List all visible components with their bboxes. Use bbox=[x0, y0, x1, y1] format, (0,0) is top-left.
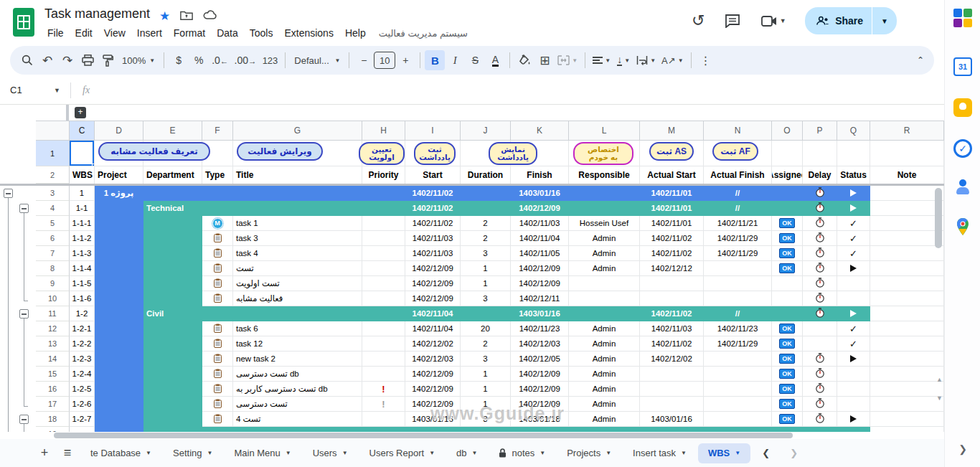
cell-R19[interactable] bbox=[870, 427, 944, 432]
cell-L8[interactable]: Admin bbox=[569, 261, 640, 276]
cell-I17[interactable]: 1402/12/09 bbox=[405, 397, 461, 412]
text-rotation-icon[interactable]: A↗▼ bbox=[659, 50, 687, 70]
cell-N11[interactable]: // bbox=[704, 306, 772, 321]
cell-M19[interactable] bbox=[640, 427, 704, 432]
cell-I8[interactable]: 1402/12/09 bbox=[405, 261, 461, 276]
cell-C9[interactable]: 1-1-5 bbox=[70, 276, 95, 291]
prev-sheets-icon[interactable]: ❮ bbox=[753, 448, 778, 458]
meet-video-icon[interactable]: ▼ bbox=[758, 11, 789, 30]
cell-K18[interactable]: 1403/01/18 bbox=[511, 412, 569, 427]
cell-P7[interactable] bbox=[803, 246, 837, 261]
row-header-15[interactable]: 15 bbox=[36, 367, 70, 382]
maps-icon[interactable] bbox=[945, 217, 980, 236]
cell-H5[interactable] bbox=[362, 216, 405, 231]
star-icon[interactable]: ★ bbox=[159, 9, 170, 24]
cell-C15[interactable]: 1-2-4 bbox=[70, 367, 95, 382]
cell-K4[interactable]: 1402/12/09 bbox=[511, 201, 569, 216]
cell-O13[interactable]: OK bbox=[772, 336, 803, 352]
cell-N17[interactable] bbox=[704, 397, 772, 412]
cell-J7[interactable]: 3 bbox=[461, 246, 511, 261]
cell-K3[interactable]: 1403/01/16 bbox=[511, 186, 569, 201]
cell-I14[interactable]: 1402/12/03 bbox=[405, 352, 461, 367]
cell-N10[interactable] bbox=[704, 291, 772, 306]
cell-P10[interactable] bbox=[803, 291, 837, 306]
cell-F7[interactable] bbox=[202, 246, 233, 261]
row-header-8[interactable]: 8 bbox=[36, 261, 70, 276]
row-header-3[interactable]: 3 bbox=[36, 186, 70, 201]
sheet-tab-wbs[interactable]: WBS▼ bbox=[698, 443, 750, 463]
cell-M7[interactable]: 1402/11/02 bbox=[640, 246, 704, 261]
cell-O7[interactable]: OK bbox=[772, 246, 803, 261]
cell-P14[interactable] bbox=[803, 352, 837, 367]
cell-D12[interactable] bbox=[95, 321, 143, 336]
cell-O19[interactable] bbox=[772, 427, 803, 432]
cell-C4[interactable]: 1-1 bbox=[70, 201, 95, 216]
cell-K14[interactable]: 1402/12/05 bbox=[511, 352, 569, 367]
field-header-wbs[interactable]: WBS bbox=[70, 166, 95, 184]
text-color-button[interactable]: A bbox=[492, 55, 499, 67]
field-header-note[interactable]: Note bbox=[870, 166, 944, 184]
field-header-finish[interactable]: Finish bbox=[511, 166, 569, 184]
cell-R5[interactable] bbox=[870, 216, 944, 231]
cell-G6[interactable]: task 3 bbox=[233, 231, 362, 246]
cell-D3[interactable]: پروژه 1 bbox=[95, 186, 143, 201]
field-header-responsible[interactable]: Responsible bbox=[569, 166, 640, 184]
zoom-control[interactable]: 100%▼ bbox=[118, 50, 159, 70]
cell-C3[interactable]: 1 bbox=[70, 186, 95, 201]
cell-J17[interactable]: 1 bbox=[461, 397, 511, 412]
collapse-group-icon[interactable] bbox=[4, 189, 13, 198]
cell-I5[interactable]: 1402/11/02 bbox=[405, 216, 461, 231]
field-header-actual-start[interactable]: Actual Start bbox=[640, 166, 704, 184]
cell-N4[interactable]: // bbox=[704, 201, 772, 216]
paint-format-icon[interactable] bbox=[98, 50, 118, 70]
cell-F12[interactable] bbox=[202, 321, 233, 336]
col-header-N[interactable]: N bbox=[704, 121, 772, 141]
cell-L5[interactable]: Hossein Usef bbox=[569, 216, 640, 231]
share-dropdown[interactable]: ▼ bbox=[872, 7, 897, 34]
cell-O8[interactable]: OK bbox=[772, 261, 803, 276]
cell-K5[interactable]: 1402/11/03 bbox=[511, 216, 569, 231]
cell-G11[interactable] bbox=[233, 306, 362, 321]
cell-G15[interactable]: تست دسترسی db bbox=[233, 367, 362, 382]
format-currency-button[interactable]: $ bbox=[169, 50, 189, 70]
cell-C13[interactable]: 1-2-2 bbox=[70, 336, 95, 352]
cell-P15[interactable] bbox=[803, 367, 837, 382]
col-header-C[interactable]: C bbox=[70, 121, 95, 141]
cell-K17[interactable]: 1402/12/09 bbox=[511, 397, 569, 412]
cell-N3[interactable]: // bbox=[704, 186, 772, 201]
cell-F19[interactable] bbox=[202, 427, 233, 432]
cell-G16[interactable]: تست دسترسی کاربر به db bbox=[233, 382, 362, 397]
menu-extensions[interactable]: Extensions bbox=[278, 26, 339, 40]
sheet-tab-users-report[interactable]: Users Report▼ bbox=[359, 443, 446, 463]
cell-L16[interactable]: Admin bbox=[569, 382, 640, 397]
add-sheet-icon[interactable]: + bbox=[34, 443, 55, 463]
cell-I19[interactable] bbox=[405, 427, 461, 432]
cell-G19[interactable] bbox=[233, 427, 362, 432]
cell-J16[interactable]: 1 bbox=[461, 382, 511, 397]
cell-D10[interactable] bbox=[95, 291, 143, 306]
cell-L18[interactable]: Admin bbox=[569, 412, 640, 427]
cell-E3[interactable] bbox=[143, 186, 202, 201]
expand-hidden-columns-button[interactable]: + bbox=[75, 107, 86, 118]
cell-R15[interactable] bbox=[870, 367, 944, 382]
cell-N6[interactable]: 1402/11/29 bbox=[704, 231, 772, 246]
sheet-tab-insert-task[interactable]: Insert task▼ bbox=[623, 443, 697, 463]
cell-R18[interactable] bbox=[870, 412, 944, 427]
cell-D8[interactable] bbox=[95, 261, 143, 276]
cell-P6[interactable] bbox=[803, 231, 837, 246]
cell-P8[interactable] bbox=[803, 261, 837, 276]
cell-G12[interactable]: task 6 bbox=[233, 321, 362, 336]
cell-H4[interactable] bbox=[362, 201, 405, 216]
strikethrough-button[interactable]: S bbox=[465, 50, 485, 70]
cell-J15[interactable]: 1 bbox=[461, 367, 511, 382]
cell-O16[interactable]: OK bbox=[772, 382, 803, 397]
menu-edit[interactable]: Edit bbox=[70, 26, 98, 40]
cell-M5[interactable]: 1402/11/01 bbox=[640, 216, 704, 231]
cell-G8[interactable]: تست bbox=[233, 261, 362, 276]
calendar-icon[interactable]: 31 bbox=[945, 57, 980, 76]
cell-Q13[interactable]: ✓ bbox=[837, 336, 870, 352]
field-header-department[interactable]: Department bbox=[143, 166, 202, 184]
cell-J6[interactable]: 2 bbox=[461, 231, 511, 246]
cell-D11[interactable] bbox=[95, 306, 143, 321]
cell-E14[interactable] bbox=[143, 352, 202, 367]
